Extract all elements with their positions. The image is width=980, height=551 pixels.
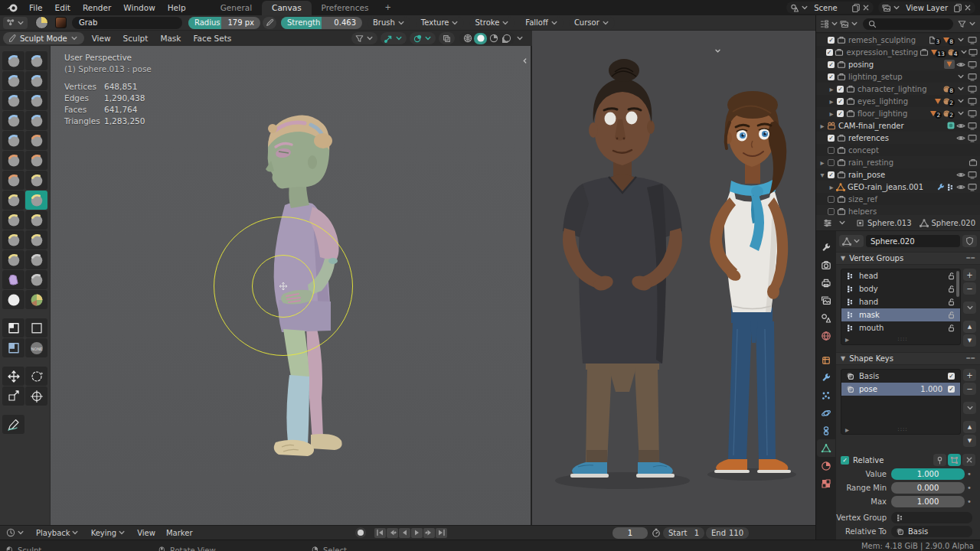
brush-simplify[interactable] — [25, 270, 47, 289]
play-button[interactable] — [411, 528, 423, 538]
relative-to-field[interactable]: Basis — [891, 526, 972, 537]
view-layer-name[interactable]: View Layer — [901, 4, 952, 12]
vertex-group-row-body[interactable]: body — [841, 282, 960, 295]
outliner-item-label[interactable]: GEO-rain_jeans.001 — [848, 183, 923, 191]
next-keyframe-button[interactable] — [423, 528, 435, 538]
properties-tab-render[interactable] — [817, 256, 835, 274]
scene-selector[interactable]: Scene — [786, 2, 874, 14]
properties-tab-physics[interactable] — [817, 404, 835, 422]
outliner-item-label[interactable]: size_ref — [848, 195, 877, 204]
shape-key-row-pose[interactable]: pose1.000✓ — [841, 383, 960, 396]
outliner-row[interactable]: helpers — [816, 205, 980, 215]
expand-arrow-icon[interactable]: ▸ — [845, 335, 849, 344]
shading-rendered-button[interactable] — [500, 33, 513, 44]
exclude-checkbox[interactable]: ✓ — [828, 61, 835, 68]
shape-key-mute-checkbox[interactable]: ✓ — [948, 373, 955, 380]
resize-grip[interactable]: :::: — [897, 336, 907, 342]
outliner-row[interactable]: ▸GEO-rain_jeans.001 — [816, 181, 980, 193]
outliner-item-label[interactable]: helpers — [848, 207, 877, 216]
monitor-icon[interactable] — [967, 97, 978, 106]
vertex-group-field[interactable] — [891, 512, 972, 523]
properties-tab-scene[interactable] — [817, 309, 835, 327]
remove-shape-key-button[interactable]: − — [963, 383, 976, 395]
editor-type-icon[interactable] — [819, 19, 829, 29]
brush-thumb[interactable] — [25, 210, 47, 230]
blender-logo-icon[interactable] — [6, 2, 18, 13]
previous-keyframe-button[interactable] — [387, 528, 398, 538]
brush-move[interactable] — [2, 367, 24, 386]
chevron-down-icon[interactable] — [956, 109, 966, 117]
resize-grip[interactable]: :::: — [897, 426, 907, 432]
properties-tab-output[interactable] — [817, 274, 835, 292]
eye-icon[interactable] — [956, 171, 966, 179]
expand-arrow-icon[interactable]: ▸ — [818, 158, 826, 167]
outliner-row[interactable]: ▾✓rain_pose — [816, 168, 980, 181]
exclude-checkbox[interactable] — [828, 196, 835, 203]
stopwatch-icon[interactable] — [651, 528, 661, 538]
properties-tab-constraints[interactable] — [817, 422, 835, 439]
display-mode-icon[interactable] — [839, 19, 849, 29]
menubar-item-edit[interactable]: Edit — [49, 1, 77, 15]
menubar-item-render[interactable]: Render — [77, 1, 117, 15]
chevron-down-icon[interactable] — [959, 48, 968, 56]
outliner-row[interactable]: ▸CAM-final_render — [816, 119, 980, 132]
properties-tab-view-layer[interactable] — [817, 292, 835, 309]
radius-pressure-button[interactable] — [263, 17, 276, 29]
exclude-checkbox[interactable]: ✓ — [837, 98, 844, 105]
gizmo-dropdown[interactable] — [381, 32, 407, 44]
outliner-row[interactable]: ✓posing — [816, 58, 980, 70]
brush-scale[interactable] — [2, 386, 24, 406]
brush-rotate-tool[interactable] — [25, 367, 47, 386]
filter-icon[interactable] — [957, 19, 967, 29]
outliner-row[interactable]: ▸✓eyes_lighting2 — [816, 95, 980, 107]
chevron-down-icon[interactable] — [956, 97, 966, 105]
outliner-item-label[interactable]: expression_testing — [847, 48, 919, 57]
shape-key-row-basis[interactable]: Basis✓ — [841, 370, 960, 383]
eye-icon[interactable] — [956, 60, 966, 69]
outliner-row[interactable]: ▸✓character_lighting8 — [816, 83, 980, 95]
outliner-item-label[interactable]: concept — [848, 146, 879, 155]
brush-rotate[interactable] — [2, 250, 24, 269]
animate-dot[interactable]: • — [966, 470, 972, 478]
brush-transform[interactable] — [25, 386, 47, 406]
workspace-tab-canvas[interactable]: Canvas — [262, 1, 312, 15]
chevron-down-icon[interactable] — [956, 73, 966, 80]
properties-tab-object-data[interactable] — [817, 439, 835, 457]
brush-snake-hook[interactable] — [2, 210, 24, 230]
exclude-checkbox[interactable] — [828, 208, 835, 215]
lock-open-icon[interactable] — [946, 310, 956, 320]
frame-end-field[interactable]: End 110 — [706, 527, 749, 539]
viewport-menu-sculpt[interactable]: Sculpt — [117, 32, 155, 44]
new-scene-icon[interactable] — [851, 3, 861, 13]
pin-button[interactable] — [933, 454, 946, 466]
outliner-item-label[interactable]: CAM-final_render — [838, 122, 904, 130]
brush-draw-sharp[interactable] — [25, 51, 47, 70]
panel-menu-icon[interactable]: ══ — [966, 255, 975, 262]
vertex-groups-panel-header[interactable]: ▼ Vertex Groups ══ — [836, 252, 980, 265]
sculpt-viewport[interactable]: User Perspective (1) Sphere.013 : pose V… — [51, 46, 531, 525]
outliner-row[interactable]: ▸rain_resting — [816, 156, 980, 168]
monitor-icon[interactable] — [967, 134, 978, 142]
outliner-row[interactable]: ✓remesh_sculpting38 — [816, 34, 980, 46]
remove-vertex-group-button[interactable]: − — [963, 282, 976, 295]
exclude-checkbox[interactable]: ✓ — [826, 49, 833, 56]
brush-name-field[interactable]: Grab — [72, 17, 182, 29]
move-key-up-button[interactable]: ▲ — [963, 421, 976, 433]
outliner-item-label[interactable]: references — [848, 134, 889, 142]
brush-draw[interactable] — [2, 51, 24, 70]
exclude-checkbox[interactable]: ✓ — [837, 110, 844, 117]
range-min-field[interactable]: 0.000 — [891, 482, 965, 494]
timeline-editor-button[interactable] — [0, 527, 31, 540]
properties-tab-texture[interactable] — [817, 474, 835, 492]
brush-scrape[interactable] — [25, 151, 47, 170]
play-reverse-button[interactable] — [399, 528, 410, 538]
viewport-divider[interactable] — [531, 31, 532, 525]
add-shape-key-button[interactable]: + — [963, 369, 976, 381]
popover-cursor[interactable]: Cursor — [569, 17, 615, 29]
menubar-item-window[interactable]: Window — [117, 1, 161, 15]
properties-tab-world[interactable] — [817, 327, 835, 344]
shape-keys-panel-header[interactable]: ▼ Shape Keys ══ — [836, 352, 980, 365]
monitor-icon[interactable] — [969, 48, 978, 57]
list-scrollbar[interactable] — [956, 271, 959, 297]
properties-tab-particles[interactable] — [817, 386, 835, 404]
